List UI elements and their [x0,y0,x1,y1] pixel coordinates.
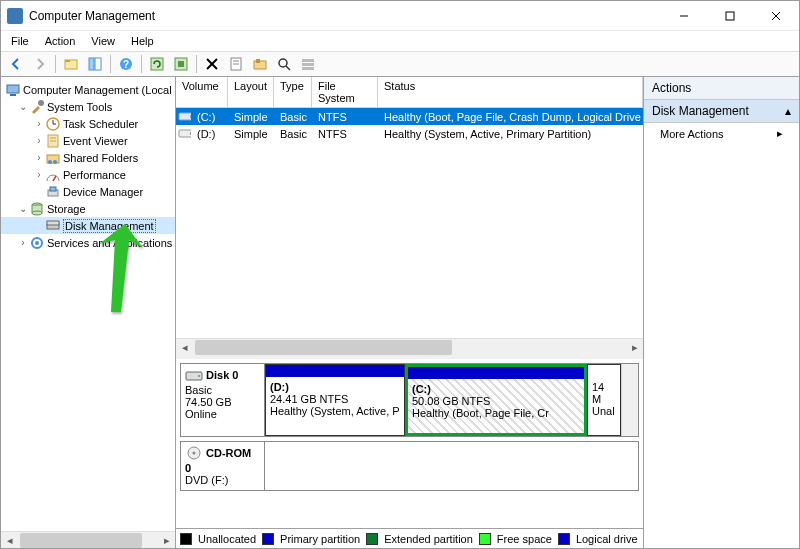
event-log-icon [45,134,61,148]
svg-point-20 [279,59,287,67]
navigation-tree[interactable]: Computer Management (Local ⌄ System Tool… [1,77,175,255]
menu-help[interactable]: Help [125,33,160,49]
volume-row[interactable]: (C:) Simple Basic NTFS Healthy (Boot, Pa… [176,108,643,125]
actions-more[interactable]: More Actions ▸ [644,123,799,144]
volume-list-headers[interactable]: Volume Layout Type File System Status [176,77,643,108]
legend-swatch-logical [558,533,570,545]
col-layout[interactable]: Layout [228,77,274,107]
svg-rect-44 [47,221,59,225]
actions-pane: Actions Disk Management ▴ More Actions ▸ [644,77,799,548]
collapse-icon[interactable]: ⌄ [17,101,29,112]
tree-disk-management[interactable]: Disk Management [1,217,175,234]
svg-rect-25 [7,85,19,93]
tree-system-tools[interactable]: ⌄ System Tools [1,98,175,115]
legend-swatch-extended [366,533,378,545]
expand-icon[interactable]: › [33,118,45,129]
disk-row[interactable]: CD-ROM 0 DVD (F:) [180,441,639,491]
show-hide-tree-button[interactable] [84,53,106,75]
disk-row[interactable]: Disk 0 Basic 74.50 GB Online (D:) 24.41 … [180,363,639,437]
navigation-tree-pane: Computer Management (Local ⌄ System Tool… [1,77,176,548]
tree-task-scheduler[interactable]: › Task Scheduler [1,115,175,132]
scroll-left-icon[interactable]: ◂ [176,339,193,356]
tree-performance[interactable]: › Performance [1,166,175,183]
svg-point-54 [193,452,196,455]
menu-action[interactable]: Action [39,33,82,49]
list-view-button[interactable] [297,53,319,75]
menu-view[interactable]: View [85,33,121,49]
svg-rect-26 [10,94,16,96]
svg-rect-19 [256,59,260,63]
svg-line-21 [286,66,290,70]
svg-point-46 [35,241,39,245]
tree-shared-folders[interactable]: › Shared Folders [1,149,175,166]
menu-file[interactable]: File [5,33,35,49]
svg-rect-23 [302,63,314,66]
tree-device-manager[interactable]: Device Manager [1,183,175,200]
scrollbar-thumb[interactable] [20,533,142,548]
col-filesystem[interactable]: File System [312,77,378,107]
back-button[interactable] [5,53,27,75]
svg-rect-22 [302,59,314,62]
collapse-icon[interactable]: ⌄ [17,203,29,214]
col-status[interactable]: Status [378,77,643,107]
expand-icon[interactable]: › [33,169,45,180]
minimize-button[interactable] [661,1,707,31]
legend-swatch-unallocated [180,533,192,545]
expand-icon[interactable]: › [33,152,45,163]
svg-rect-6 [89,58,94,70]
disk-graphical-view[interactable]: Disk 0 Basic 74.50 GB Online (D:) 24.41 … [176,359,643,528]
tree-services-applications[interactable]: › Services and Applications [1,234,175,251]
expand-icon[interactable]: › [17,237,29,248]
scroll-left-icon[interactable]: ◂ [1,532,18,549]
forward-button[interactable] [29,53,51,75]
scroll-right-icon[interactable]: ▸ [626,339,643,356]
volume-list-scrollbar[interactable]: ◂ ▸ [176,338,643,355]
scroll-right-icon[interactable]: ▸ [158,532,175,549]
svg-rect-49 [179,130,191,137]
tree-horizontal-scrollbar[interactable]: ◂ ▸ [1,531,175,548]
cdrom-icon [185,446,203,462]
svg-text:?: ? [123,59,129,70]
maximize-button[interactable] [707,1,753,31]
volume-row[interactable]: (D:) Simple Basic NTFS Healthy (System, … [176,125,643,142]
tree-storage[interactable]: ⌄ Storage [1,200,175,217]
delete-button[interactable] [201,53,223,75]
refresh-button[interactable] [146,53,168,75]
expand-icon[interactable]: › [33,135,45,146]
tree-root[interactable]: Computer Management (Local [1,81,175,98]
svg-rect-1 [726,12,734,20]
partition-unallocated[interactable]: 14 M Unal [587,364,621,436]
col-volume[interactable]: Volume [176,77,228,107]
window-title: Computer Management [29,9,661,23]
svg-point-27 [38,100,44,106]
disk-icon [185,368,203,384]
scrollbar-thumb[interactable] [195,340,452,355]
volume-list[interactable]: Volume Layout Type File System Status (C… [176,77,643,359]
col-type[interactable]: Type [274,77,312,107]
close-button[interactable] [753,1,799,31]
chevron-right-icon: ▸ [777,127,783,140]
settings-button[interactable] [249,53,271,75]
help-button[interactable]: ? [115,53,137,75]
find-button[interactable] [273,53,295,75]
window-titlebar: Computer Management [1,1,799,31]
content-pane: Volume Layout Type File System Status (C… [176,77,644,548]
legend: Unallocated Primary partition Extended p… [176,528,643,548]
disk-info[interactable]: CD-ROM 0 DVD (F:) [181,442,265,490]
actions-section[interactable]: Disk Management ▴ [644,100,799,123]
up-button[interactable] [60,53,82,75]
svg-rect-47 [179,113,191,120]
collapse-icon[interactable]: ▴ [785,104,791,118]
svg-point-35 [48,160,52,164]
clock-icon [45,117,61,131]
partition-c[interactable]: (C:) 50.08 GB NTFS Healthy (Boot, Page F… [405,364,587,436]
partition-d[interactable]: (D:) 24.41 GB NTFS Healthy (System, Acti… [265,364,405,436]
properties-button[interactable] [225,53,247,75]
main-area: Computer Management (Local ⌄ System Tool… [1,77,799,548]
svg-point-42 [32,211,42,215]
rescan-button[interactable] [170,53,192,75]
disk-vertical-scrollbar[interactable] [621,364,638,436]
tree-event-viewer[interactable]: › Event Viewer [1,132,175,149]
disk-info[interactable]: Disk 0 Basic 74.50 GB Online [181,364,265,436]
actions-header: Actions [644,77,799,100]
